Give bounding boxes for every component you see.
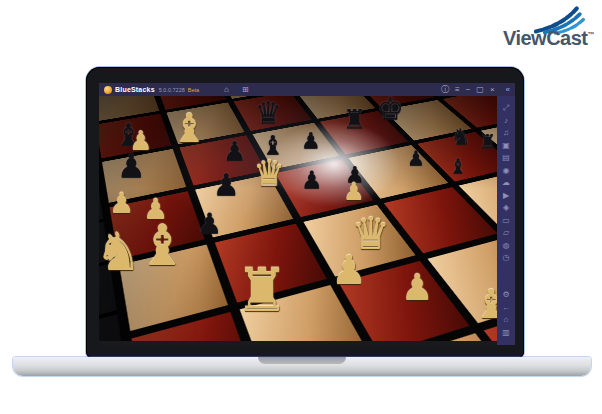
sidebar-settings-icon[interactable]: ⚙ (497, 289, 515, 302)
chess-piece-black-king[interactable]: ♚ (377, 96, 404, 124)
sidebar-screenshot-icon[interactable]: ▣ (497, 140, 515, 153)
sidebar-volume-down-icon[interactable]: ♫ (497, 127, 515, 140)
laptop-screen: BlueStacks 5.0.0.7228 Beta ⌂⊞ ⓘ≡−▢×« ♝♟♟… (99, 83, 515, 345)
chess-piece-gold-bishop[interactable]: ♝ (473, 284, 497, 324)
trademark-symbol: ™ (588, 31, 595, 38)
chess-piece-black-rook[interactable]: ♜ (343, 106, 366, 132)
chess-piece-black-pawn[interactable]: ♟ (407, 148, 425, 168)
sidebar-globe-icon[interactable]: ◍ (497, 240, 515, 253)
beta-badge: Beta (188, 87, 199, 93)
sidebar-shake-icon[interactable]: ◈ (497, 202, 515, 215)
info-icon[interactable]: ⓘ (441, 86, 449, 94)
sidebar-recent-apps-icon[interactable]: ▥ (497, 327, 515, 340)
collapse-sidebar-icon[interactable]: « (506, 86, 510, 94)
sidebar-clock-icon[interactable]: ◷ (497, 252, 515, 265)
chess-piece-gold-bishop[interactable]: ♝ (137, 218, 187, 274)
maximize-icon[interactable]: ▢ (476, 86, 484, 94)
chess-piece-gold-pawn[interactable]: ♟ (331, 250, 367, 290)
bluestacks-titlebar: BlueStacks 5.0.0.7228 Beta ⌂⊞ ⓘ≡−▢×« (99, 83, 515, 96)
sidebar-multi-window-icon[interactable]: ▱ (497, 227, 515, 240)
bluestacks-sidebar: ⤢♪♫▣▤◉☁▶◈▭▱◍◷⚙←⌂▥ (497, 96, 515, 345)
chess-piece-gold-pawn[interactable]: ♟ (343, 180, 365, 204)
chess-piece-gold-queen[interactable]: ♛ (253, 156, 285, 192)
sidebar-home-icon[interactable]: ⌂ (497, 314, 515, 327)
sidebar-volume-up-icon[interactable]: ♪ (497, 115, 515, 128)
chess-piece-black-pawn[interactable]: ♟ (213, 170, 240, 200)
close-icon[interactable]: × (490, 86, 495, 94)
laptop-base (13, 357, 591, 376)
chess-piece-gold-rook[interactable]: ♜ (235, 260, 289, 320)
chess-piece-gold-knight[interactable]: ♞ (99, 226, 142, 278)
chess-piece-gold-pawn[interactable]: ♟ (109, 190, 134, 218)
chess-piece-black-bishop[interactable]: ♝ (449, 156, 467, 176)
chess-pieces-layer: ♝♟♟♛♝♟♟♜♚♟♟♟♞♝♜♟♟♝♛♟♞♝♟♟♜♛♟♟♝ (99, 96, 497, 341)
titlebar-multi-instance-icon[interactable]: ⊞ (242, 86, 249, 94)
chess-piece-black-pawn[interactable]: ♟ (301, 130, 321, 152)
window-content: ♝♟♟♛♝♟♟♜♚♟♟♟♞♝♜♟♟♝♛♟♞♝♟♟♜♛♟♟♝ ⤢♪♫▣▤◉☁▶◈▭… (99, 96, 515, 345)
chess-piece-gold-pawn[interactable]: ♟ (143, 196, 168, 224)
chess-piece-black-knight[interactable]: ♞ (451, 126, 471, 148)
chess-piece-black-queen[interactable]: ♛ (255, 98, 282, 128)
chess-piece-gold-pawn[interactable]: ♟ (129, 128, 152, 154)
laptop-base-notch (258, 357, 346, 364)
sidebar-back-icon[interactable]: ← (497, 302, 515, 315)
app-version: 5.0.0.7228 (159, 87, 185, 93)
chess-scene: ♝♟♟♛♝♟♟♜♚♟♟♟♞♝♜♟♟♝♛♟♞♝♟♟♜♛♟♟♝ (99, 96, 497, 341)
sidebar-folder-icon[interactable]: ▭ (497, 215, 515, 228)
chess-game-screen[interactable]: ♝♟♟♛♝♟♟♜♚♟♟♟♞♝♜♟♟♝♛♟♞♝♟♟♜♛♟♟♝ (99, 96, 497, 345)
sidebar-cloud-icon[interactable]: ☁ (497, 177, 515, 190)
bluestacks-logo-icon (104, 86, 112, 94)
minimize-icon[interactable]: − (466, 86, 471, 94)
app-title: BlueStacks (115, 86, 155, 93)
chess-piece-black-pawn[interactable]: ♟ (197, 210, 222, 238)
chess-piece-gold-pawn[interactable]: ♟ (401, 270, 433, 306)
titlebar-home-icon[interactable]: ⌂ (224, 86, 229, 94)
chess-piece-black-pawn[interactable]: ♟ (301, 168, 323, 192)
sidebar-video-icon[interactable]: ▶ (497, 190, 515, 203)
sidebar-fullscreen-icon[interactable]: ⤢ (497, 102, 515, 115)
viewcast-logo: ViewCast™ (484, 3, 594, 48)
laptop-screen-bezel: BlueStacks 5.0.0.7228 Beta ⌂⊞ ⓘ≡−▢×« ♝♟♟… (86, 67, 524, 358)
sidebar-record-icon[interactable]: ◉ (497, 165, 515, 178)
chess-piece-gold-bishop[interactable]: ♝ (171, 108, 207, 148)
viewcast-wordmark: ViewCast™ (484, 28, 594, 48)
sidebar-camera-icon[interactable]: ▤ (497, 152, 515, 165)
menu-icon[interactable]: ≡ (455, 86, 460, 94)
chess-piece-black-pawn[interactable]: ♟ (223, 138, 246, 164)
chess-piece-black-rook[interactable]: ♜ (479, 132, 496, 151)
